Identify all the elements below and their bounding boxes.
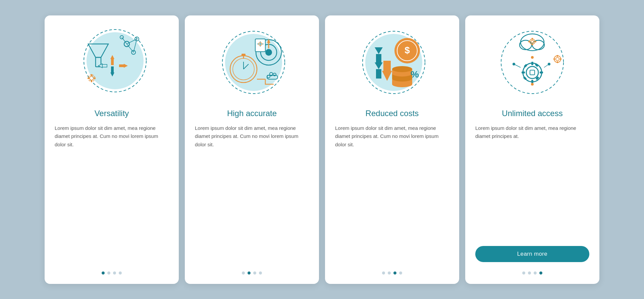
card-unlimited-access: Unlimited access Lorem ipsum dolor sit d… [465,15,599,284]
svg-rect-76 [535,41,536,42]
dot-2 [107,271,110,275]
svg-rect-6 [91,74,92,76]
card-title-high-accurate: High accurate [195,109,309,118]
learn-more-button[interactable]: Learn more [475,246,589,262]
svg-rect-8 [88,78,89,79]
dot-1 [242,271,245,275]
svg-rect-40 [241,54,246,56]
svg-rect-87 [530,70,535,75]
card-title-reduced-costs: Reduced costs [335,109,449,118]
dots-reduced-costs [382,271,402,275]
illustration-reduced-costs: $ % [355,26,429,99]
svg-point-72 [531,40,534,43]
dots-high-accurate [242,271,262,275]
dot-3 [253,271,256,275]
svg-rect-74 [532,44,533,45]
dot-4 [539,271,542,275]
card-text-high-accurate: Lorem ipsum dolor sit dim amet, mea regi… [195,124,309,263]
dot-3 [393,271,396,275]
svg-rect-90 [557,55,558,57]
svg-point-58 [392,66,412,72]
dot-2 [528,271,531,275]
svg-rect-79 [531,62,533,65]
card-high-accurate: High accurate Lorem ipsum dolor sit dim … [185,15,319,284]
svg-rect-81 [522,71,525,73]
svg-rect-91 [557,61,558,63]
dot-4 [259,271,262,275]
svg-rect-82 [540,71,543,73]
svg-rect-25 [119,64,124,67]
card-text-unlimited-access: Lorem ipsum dolor sit dim amet, mea regi… [475,124,589,240]
card-text-reduced-costs: Lorem ipsum dolor sit dim amet, mea regi… [335,124,449,263]
card-title-unlimited-access: Unlimited access [475,109,589,118]
svg-rect-9 [94,78,96,79]
dot-3 [534,271,537,275]
svg-rect-93 [560,58,561,60]
dot-3 [113,271,116,275]
dot-2 [388,271,391,275]
illustration-versatility [75,26,149,99]
svg-point-70 [532,40,544,50]
svg-rect-63 [376,69,381,79]
svg-rect-80 [531,80,533,83]
dot-4 [399,271,402,275]
svg-rect-7 [91,81,92,82]
svg-text:$: $ [405,45,410,55]
svg-point-89 [556,57,559,61]
dots-unlimited-access [522,271,542,275]
svg-point-94 [531,56,534,59]
illustration-unlimited-access [495,26,569,99]
svg-point-30 [265,49,272,56]
dot-2 [248,271,251,275]
svg-rect-92 [553,58,555,60]
svg-line-99 [544,64,549,67]
svg-rect-23 [102,64,107,67]
svg-point-26 [225,34,282,91]
card-title-versatility: Versatility [55,109,169,118]
card-reduced-costs: $ % Reduced costs L [325,15,459,284]
svg-rect-65 [383,61,391,71]
svg-rect-73 [532,38,533,40]
svg-point-68 [521,34,544,51]
svg-line-98 [514,64,521,67]
dot-4 [119,271,122,275]
dot-1 [522,271,525,275]
card-text-versatility: Lorem ipsum dolor sit dim amet, mea regi… [55,124,169,263]
dot-1 [382,271,385,275]
svg-rect-75 [528,41,530,42]
svg-rect-21 [111,66,114,72]
svg-point-0 [87,32,144,89]
illustration-high-accurate [215,26,289,99]
card-versatility: Versatility Lorem ipsum dolor sit dim am… [45,15,179,284]
dot-1 [102,271,105,275]
dots-versatility [102,271,122,275]
svg-text:%: % [411,69,419,80]
cards-container: Versatility Lorem ipsum dolor sit dim am… [35,5,609,294]
svg-point-78 [526,66,538,79]
svg-rect-19 [111,59,114,65]
svg-point-97 [531,83,534,86]
